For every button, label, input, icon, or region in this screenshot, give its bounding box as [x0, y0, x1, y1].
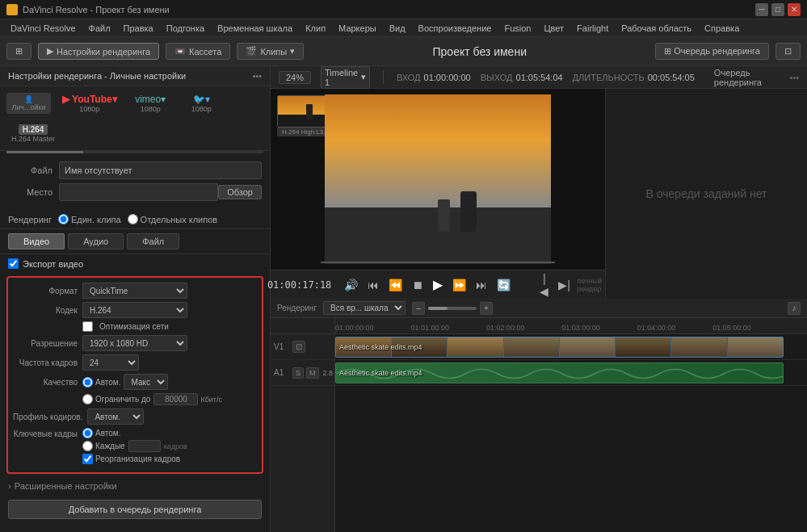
render-settings-button[interactable]: ▶ Настройки рендеринга — [38, 43, 159, 60]
network-optimize-label[interactable]: Оптимизация сети — [82, 321, 169, 332]
menu-clip[interactable]: Клип — [300, 22, 331, 35]
timecode-in: 01:00:00:00 — [424, 73, 471, 82]
preset-vimeo[interactable]: vimeo▾ 1080p — [128, 91, 173, 115]
tab-file[interactable]: Файл — [127, 233, 179, 249]
single-clip-radio[interactable] — [58, 214, 69, 224]
a1-mute[interactable]: M — [306, 367, 319, 379]
browse-button[interactable]: Обзор — [218, 185, 262, 199]
menu-edit[interactable]: Правка — [118, 22, 159, 35]
skip-to-end-button[interactable]: ⏭ — [473, 277, 490, 293]
timeline-scrub-bar[interactable] — [321, 262, 555, 263]
keyframes-auto-radio[interactable] — [82, 428, 93, 438]
h264-badge: H.264 — [19, 124, 48, 135]
cassette-button[interactable]: 📼 Кассета — [166, 43, 230, 60]
chevron-right-icon: › — [8, 481, 11, 491]
loop-button[interactable]: 🔄 — [494, 277, 514, 293]
export-video-checkbox[interactable] — [8, 258, 19, 269]
quality-max-select[interactable]: Макс. — [124, 374, 168, 390]
stop-button[interactable]: ⏹ — [409, 277, 427, 293]
media-button[interactable]: ⊞ — [6, 43, 32, 60]
multi-clip-label[interactable]: Отдельных клипов — [128, 214, 218, 224]
prev-frame-button[interactable]: |◀ — [536, 270, 552, 300]
menu-fusion[interactable]: Fusion — [498, 22, 536, 35]
fullscreen-button[interactable]: ⊡ — [775, 43, 801, 60]
menu-help[interactable]: Справка — [699, 22, 745, 35]
codec-label: Кодек — [13, 306, 78, 315]
v1-icon[interactable]: ⊡ — [292, 341, 305, 353]
menu-view[interactable]: Вид — [384, 22, 411, 35]
zoom-percent[interactable]: 24% — [279, 71, 311, 84]
advanced-settings-link[interactable]: › Расширенные настройки — [0, 477, 270, 495]
queue-options-icon[interactable]: ••• — [789, 73, 799, 82]
v1-clip[interactable]: Aesthetic skate edits.mp4 — [335, 337, 784, 358]
format-select[interactable]: QuickTime — [82, 283, 187, 299]
menu-bar: DaVinci Resolve Файл Правка Подгонка Вре… — [0, 19, 807, 37]
profile-select[interactable]: Автом. — [87, 408, 144, 425]
quality-auto-radio[interactable] — [82, 377, 93, 387]
a1-label: A1 — [274, 368, 290, 377]
file-name-input[interactable] — [59, 161, 262, 179]
menu-fairlight[interactable]: Fairlight — [571, 22, 614, 35]
quality-limit-label[interactable]: Ограничить до — [82, 394, 150, 404]
tab-audio[interactable]: Аудио — [68, 233, 124, 249]
multi-clip-radio[interactable] — [128, 214, 138, 224]
preset-youtube[interactable]: ▶ YouTube▾ 1080p — [57, 91, 122, 115]
clips-button[interactable]: 🎬 Клипы ▾ — [237, 43, 304, 60]
location-input[interactable] — [59, 183, 218, 201]
v1-thumb-8 — [728, 337, 783, 357]
menu-trim[interactable]: Подгонка — [161, 22, 210, 35]
preview-and-queue: H.264 High L3.1 — [271, 89, 807, 299]
preset-h264[interactable]: H.264 H.264 Master — [6, 122, 60, 145]
scale-select[interactable]: Вся вр... шкала — [323, 301, 406, 315]
zoom-slider[interactable] — [428, 307, 477, 310]
zoom-in-button[interactable]: + — [480, 302, 493, 315]
a1-clip[interactable]: Aesthetic skate edits.mp4 — [335, 362, 784, 383]
render-queue-button[interactable]: ⊞ Очередь рендеринга — [655, 43, 769, 60]
a1-solo[interactable]: S — [292, 367, 304, 379]
timeline-selector[interactable]: Timeline 1 ▾ — [321, 66, 370, 89]
play-button[interactable]: ▶ — [430, 275, 446, 294]
volume-button[interactable]: 🔊 — [341, 277, 361, 293]
framerate-select[interactable]: 24 — [82, 354, 139, 371]
minimize-button[interactable]: ─ — [755, 3, 768, 16]
network-optimize-checkbox[interactable] — [82, 321, 93, 332]
resolution-select[interactable]: 1920 x 1080 HD — [82, 335, 187, 351]
music-icon[interactable]: ♪ — [788, 302, 801, 315]
menu-color[interactable]: Цвет — [538, 22, 570, 35]
keyframes-every-label[interactable]: Каждые — [82, 441, 125, 451]
export-video-label[interactable]: Экспорт видео — [8, 258, 262, 269]
timeline-name: Timeline 1 — [325, 68, 358, 87]
single-clip-label[interactable]: Един. клипа — [58, 214, 121, 224]
cassette-label: Кассета — [189, 47, 221, 57]
menu-file[interactable]: Файл — [83, 22, 116, 35]
codec-select[interactable]: H.264 — [82, 302, 187, 318]
panel-options-icon[interactable]: ••• — [252, 71, 262, 81]
close-button[interactable]: ✕ — [788, 3, 801, 16]
add-to-queue-button[interactable]: Добавить в очередь рендеринга — [8, 500, 262, 519]
track-content: Aesthetic skate edits.mp4 A — [335, 334, 807, 532]
app-icon — [6, 4, 18, 15]
menu-davinci[interactable]: DaVinci Resolve — [5, 22, 82, 35]
quality-limit-input[interactable] — [153, 393, 198, 405]
thumb-figure — [306, 104, 313, 120]
keyframes-auto-label[interactable]: Автом. — [82, 428, 120, 438]
quality-limit-radio[interactable] — [82, 394, 93, 404]
next-frame-button[interactable]: ▶| — [555, 277, 574, 293]
step-back-button[interactable]: ⏪ — [385, 277, 406, 293]
reorganize-checkbox[interactable] — [82, 454, 93, 464]
tab-video[interactable]: Видео — [8, 233, 65, 249]
keyframes-every-input[interactable] — [128, 440, 161, 452]
menu-timeline[interactable]: Временная шкала — [212, 22, 298, 35]
maximize-button[interactable]: □ — [771, 3, 784, 16]
skip-to-start-button[interactable]: ⏮ — [364, 277, 382, 293]
quality-auto-label[interactable]: Автом. — [82, 377, 120, 387]
zoom-out-button[interactable]: – — [412, 302, 425, 315]
menu-workspace[interactable]: Рабочая область — [616, 22, 697, 35]
reorganize-label[interactable]: Реорганизация кадров — [82, 454, 180, 464]
preset-personal[interactable]: 👤 Лич...ойки — [6, 93, 51, 114]
menu-markers[interactable]: Маркеры — [333, 22, 382, 35]
preset-twitter[interactable]: 🐦▾ 1080p — [179, 91, 224, 115]
menu-playback[interactable]: Воспроизведение — [413, 22, 498, 35]
step-forward-button[interactable]: ⏩ — [449, 277, 469, 293]
keyframes-every-radio[interactable] — [82, 441, 93, 451]
